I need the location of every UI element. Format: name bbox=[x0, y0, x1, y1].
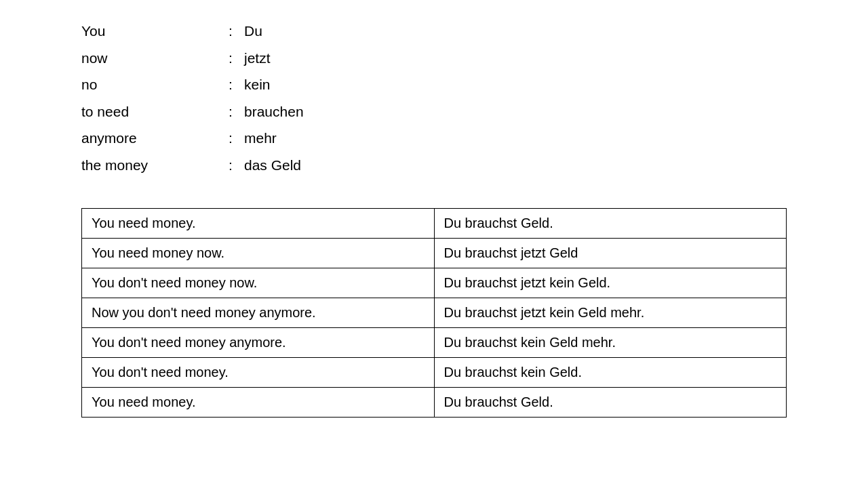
table-cell-english: You don't need money anymore. bbox=[82, 328, 435, 358]
vocab-german: kein bbox=[244, 74, 271, 96]
table-row: You don't need money.Du brauchst kein Ge… bbox=[82, 358, 787, 388]
vocab-colon: : bbox=[217, 74, 244, 96]
vocab-english: no bbox=[81, 74, 217, 96]
vocab-german: jetzt bbox=[244, 47, 271, 69]
vocab-english: You bbox=[81, 20, 217, 42]
table-cell-german: Du brauchst jetzt kein Geld mehr. bbox=[434, 298, 787, 328]
table-cell-german: Du brauchst jetzt Geld bbox=[434, 239, 787, 268]
vocab-english: now bbox=[81, 47, 217, 69]
vocabulary-section: You:Dunow:jetztno:keinto need:brauchenan… bbox=[0, 14, 868, 201]
table-cell-english: You need money. bbox=[82, 209, 435, 239]
vocab-colon: : bbox=[217, 101, 244, 123]
vocab-german: Du bbox=[244, 20, 262, 42]
translation-table: You need money.Du brauchst Geld.You need… bbox=[81, 208, 787, 418]
table-cell-german: Du brauchst jetzt kein Geld. bbox=[434, 268, 787, 298]
vocab-german: brauchen bbox=[244, 101, 304, 123]
table-cell-german: Du brauchst Geld. bbox=[434, 388, 787, 418]
vocab-english: anymore bbox=[81, 127, 217, 149]
vocab-row: no:kein bbox=[81, 74, 787, 96]
table-cell-english: Now you don't need money anymore. bbox=[82, 298, 435, 328]
table-row: You need money now.Du brauchst jetzt Gel… bbox=[82, 239, 787, 268]
table-row: Now you don't need money anymore.Du brau… bbox=[82, 298, 787, 328]
table-cell-english: You don't need money now. bbox=[82, 268, 435, 298]
vocab-colon: : bbox=[217, 20, 244, 42]
vocab-english: the money bbox=[81, 155, 217, 176]
table-row: You don't need money anymore.Du brauchst… bbox=[82, 328, 787, 358]
table-row: You need money.Du brauchst Geld. bbox=[82, 388, 787, 418]
table-cell-german: Du brauchst kein Geld mehr. bbox=[434, 328, 787, 358]
table-cell-english: You need money. bbox=[82, 388, 435, 418]
vocab-colon: : bbox=[217, 47, 244, 69]
vocab-german: mehr bbox=[244, 127, 277, 149]
table-cell-german: Du brauchst kein Geld. bbox=[434, 358, 787, 388]
table-cell-german: Du brauchst Geld. bbox=[434, 209, 787, 239]
table-row: You don't need money now.Du brauchst jet… bbox=[82, 268, 787, 298]
table-cell-english: You need money now. bbox=[82, 239, 435, 268]
vocab-row: You:Du bbox=[81, 20, 787, 42]
table-cell-english: You don't need money. bbox=[82, 358, 435, 388]
table-row: You need money.Du brauchst Geld. bbox=[82, 209, 787, 239]
vocab-colon: : bbox=[217, 155, 244, 176]
vocab-row: the money:das Geld bbox=[81, 155, 787, 176]
vocab-row: anymore:mehr bbox=[81, 127, 787, 149]
vocab-english: to need bbox=[81, 101, 217, 123]
vocab-row: now:jetzt bbox=[81, 47, 787, 69]
vocab-colon: : bbox=[217, 127, 244, 149]
vocab-row: to need:brauchen bbox=[81, 101, 787, 123]
vocab-german: das Geld bbox=[244, 155, 301, 176]
